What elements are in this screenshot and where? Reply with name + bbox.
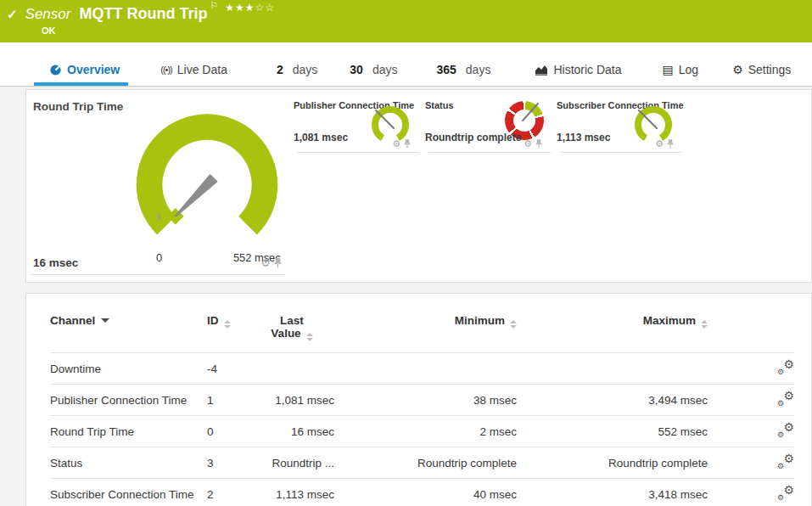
pin-icon[interactable] [274,258,282,268]
cell-id: 2 [207,479,249,506]
tab-bar: Overview ((•)) Live Data 2 days 30 days … [0,42,812,87]
cell-channel: Status [50,447,207,479]
tab-settings[interactable]: ⚙ Settings [731,63,792,86]
gauge-icon [49,64,62,76]
column-header-id[interactable]: ID [207,314,249,353]
tab-label: Live Data [177,63,227,76]
pin-icon[interactable] [404,139,411,149]
gauge-scale-min: 0 [156,251,162,264]
subscriber-gauge [633,103,674,143]
cell-maximum: 3,418 msec [517,479,708,506]
gauge-value: 1,113 msec [557,132,610,143]
tab-live-data[interactable]: ((•)) Live Data [159,63,229,86]
sensor-status-badge: OK [42,25,804,36]
cell-minimum: 2 msec [334,416,517,447]
gear-icon[interactable]: ⚙ [392,139,400,149]
gauge-cell-publisher-connection-time: Publisher Connection Time 1,081 msec ⚙ [294,90,421,153]
tab-unit: days [372,63,398,76]
tab-label: Settings [748,63,792,76]
tab-2-days[interactable]: 2 days [275,63,319,86]
publisher-gauge [370,103,411,143]
sort-icon [224,320,231,329]
cell-last-value: Roundtrip ... [249,447,334,479]
channel-settings-icon[interactable]: ⚙⚙ [777,423,794,437]
gear-icon[interactable]: ⚙ [260,257,271,268]
flag-icon[interactable]: ⚐ [210,0,218,11]
gear-icon[interactable]: ⚙ [655,139,664,149]
gauge-title: Status [425,100,454,110]
cell-maximum: 3,494 msec [517,385,708,416]
channel-settings-icon[interactable]: ⚙⚙ [777,486,794,500]
channel-settings-icon[interactable]: ⚙⚙ [777,360,794,374]
gauge-cell-round-trip-time: Round Trip Time x̄ 0 552 msec 16 msec ⚙ [26,90,287,275]
round-trip-gauge: x̄ 0 552 msec [92,104,322,270]
status-check-icon: ✓ [7,7,18,22]
channel-settings-icon[interactable]: ⚙⚙ [777,391,794,406]
channels-table: Channel ID Last Value Minimum Maximum [50,314,794,506]
tab-365-days[interactable]: 365 days [434,63,492,86]
tab-label: Overview [67,63,120,76]
cell-maximum: Roundtrip complete [517,447,708,479]
sensor-title: MQTT Round Trip [79,5,207,23]
sort-icon [306,333,313,341]
cell-minimum: 40 msec [334,479,517,506]
cell-id: 1 [207,385,249,416]
gear-icon[interactable]: ⚙ [524,139,532,149]
tab-30-days[interactable]: 30 days [348,63,399,86]
log-icon: ▤ [663,63,674,76]
cell-channel: Round Trip Time [50,416,207,447]
column-header-last-value[interactable]: Last Value [249,314,334,353]
cell-maximum [517,353,708,385]
channel-settings-icon[interactable]: ⚙⚙ [777,454,794,469]
table-row-publisher-connection-time: Publisher Connection Time 1 1,081 msec 3… [50,385,794,416]
channels-panel: Channel ID Last Value Minimum Maximum [25,293,812,506]
sensor-kind-label: Sensor [25,6,71,23]
content-area: Round Trip Time x̄ 0 552 msec 16 msec ⚙ [0,87,812,506]
tab-number: 365 [436,63,456,76]
tab-label: Historic Data [553,63,621,76]
cell-minimum: 38 msec [334,385,517,416]
gauge-cell-subscriber-connection-time: Subscriber Connection Time 1,113 msec ⚙ [557,90,684,153]
gauges-panel: Round Trip Time x̄ 0 552 msec 16 msec ⚙ [25,89,812,283]
cell-id: 3 [207,447,249,479]
column-header-actions [708,314,794,353]
cell-channel: Subscriber Connection Time [50,479,207,506]
gauge-value: 16 msec [33,256,78,269]
cell-maximum: 552 msec [517,416,708,447]
average-marker: x̄ [156,211,161,222]
table-row-round-trip-time: Round Trip Time 0 16 msec 2 msec 552 mse… [50,416,794,447]
tab-number: 30 [350,63,363,76]
cell-channel: Publisher Connection Time [50,385,207,416]
pin-icon[interactable] [535,139,542,149]
tab-overview[interactable]: Overview [48,63,121,86]
sort-icon [701,320,708,329]
cell-id: -4 [207,353,249,385]
cell-last-value: 1,081 msec [249,385,334,416]
sort-icon [510,320,517,329]
gear-icon: ⚙ [732,63,743,76]
tab-log[interactable]: ▤ Log [661,63,701,86]
tab-historic-data[interactable]: Historic Data [533,63,623,86]
column-header-minimum[interactable]: Minimum [334,314,517,353]
sensor-banner: ✓ Sensor MQTT Round Trip ⚐ ★★★☆☆ OK [0,0,812,42]
historic-chart-icon [535,65,548,76]
table-row-downtime: Downtime -4 ⚙⚙ [50,353,794,385]
table-row-status: Status 3 Roundtrip ... Roundtrip complet… [50,447,794,479]
column-header-maximum[interactable]: Maximum [517,314,708,353]
tab-unit: days [293,63,318,76]
gauge-value: 1,081 msec [294,132,348,143]
gauge-cell-status: Status Roundtrip complete ⚙ [425,90,552,153]
cell-minimum: Roundtrip complete [334,447,517,479]
sort-active-icon [101,318,109,323]
cell-minimum [334,353,517,385]
tab-label: Log [679,63,698,76]
pin-icon[interactable] [667,139,674,149]
tab-unit: days [466,63,491,76]
cell-last-value [249,353,334,385]
gauge-value: Roundtrip complete [425,132,521,143]
live-data-icon: ((•)) [160,65,172,75]
column-header-channel[interactable]: Channel [50,314,207,353]
cell-last-value: 1,113 msec [249,479,334,506]
table-row-subscriber-connection-time: Subscriber Connection Time 2 1,113 msec … [50,479,794,506]
priority-stars[interactable]: ★★★☆☆ [225,2,275,14]
